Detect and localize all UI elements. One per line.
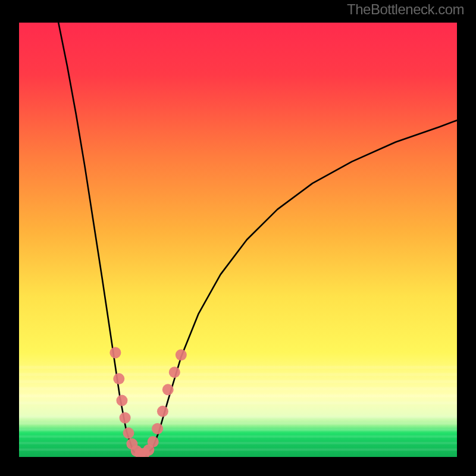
chart-container: TheBottleneck.com (0, 0, 476, 476)
svg-rect-8 (19, 422, 457, 425)
svg-rect-2 (19, 373, 457, 376)
plot-area (19, 23, 457, 457)
svg-rect-1 (19, 366, 457, 369)
svg-point-13 (109, 347, 121, 358)
svg-rect-0 (19, 23, 457, 457)
chart-svg (19, 23, 457, 457)
svg-rect-3 (19, 380, 457, 383)
svg-point-16 (120, 412, 131, 424)
svg-point-26 (162, 384, 174, 395)
svg-point-15 (116, 395, 127, 406)
svg-rect-10 (19, 436, 457, 438)
attribution-text: TheBottleneck.com (347, 1, 464, 18)
svg-point-17 (123, 427, 134, 439)
svg-rect-7 (19, 416, 457, 418)
svg-point-24 (152, 423, 163, 434)
svg-point-25 (157, 406, 168, 417)
svg-rect-9 (19, 429, 457, 431)
svg-rect-6 (19, 402, 457, 405)
svg-point-27 (169, 367, 180, 378)
svg-rect-5 (19, 394, 457, 397)
svg-point-23 (148, 436, 159, 447)
svg-point-14 (113, 373, 124, 384)
svg-rect-11 (19, 442, 457, 444)
svg-point-28 (176, 349, 187, 361)
svg-rect-12 (19, 449, 457, 451)
svg-rect-4 (19, 387, 457, 390)
